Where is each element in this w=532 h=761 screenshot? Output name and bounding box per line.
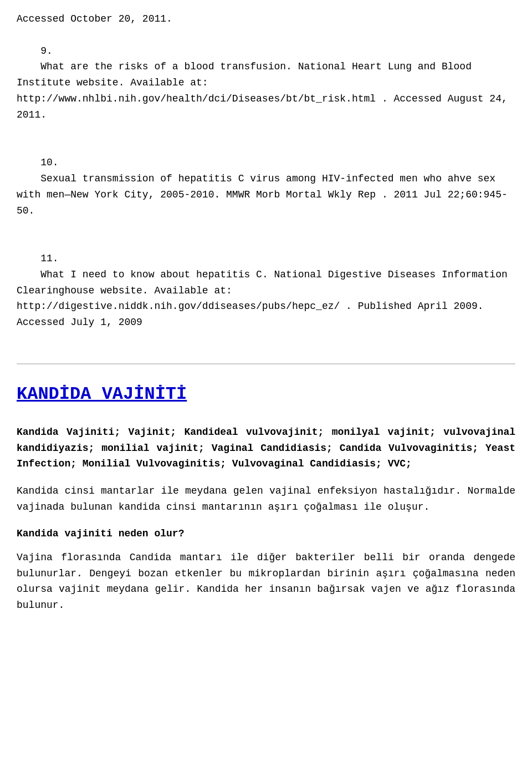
kandida-synonyms: Kandida Vajiniti; Vajinit; Kandideal vul… — [17, 424, 515, 472]
kandida-description: Kandida cinsi mantarlar ile meydana gele… — [17, 483, 515, 515]
kandida-section: KANDİDA VAJİNİTİ Kandida Vajiniti; Vajin… — [17, 381, 515, 613]
ref9-text: What are the risks of a blood transfusio… — [17, 61, 514, 120]
reference-10: 10. Sexual transmission of hepatitis C v… — [17, 139, 515, 235]
reference-11: 11. What I need to know about hepatitis … — [17, 235, 515, 347]
reference-9: 9. What are the risks of a blood transfu… — [17, 27, 515, 139]
accessed-date: Accessed October 20, 2011. — [17, 11, 515, 27]
ref9-label: 9. — [40, 45, 53, 57]
ref11-text: What I need to know about hepatitis C. N… — [17, 269, 514, 328]
kandida-subheading: Kandida vajiniti neden olur? — [17, 526, 515, 541]
reference-section: Accessed October 20, 2011. 9. What are t… — [17, 11, 515, 347]
ref11-label: 11. — [40, 253, 58, 264]
section-divider — [17, 363, 515, 364]
ref10-text: Sexual transmission of hepatitis C virus… — [17, 173, 508, 216]
kandida-subtext: Vajina florasında Candida mantarı ile di… — [17, 550, 515, 613]
kandida-title: KANDİDA VAJİNİTİ — [17, 381, 515, 408]
ref10-label: 10. — [40, 157, 58, 168]
